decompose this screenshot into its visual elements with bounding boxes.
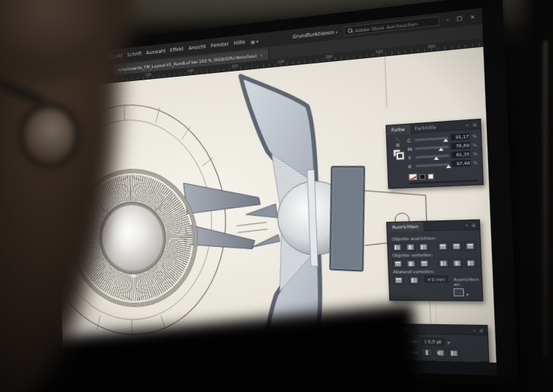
distribute-right-button[interactable]	[465, 259, 477, 267]
black-value[interactable]: 97,48	[452, 160, 471, 167]
ruler-number: 360	[428, 43, 436, 49]
stroke-color-swatch[interactable]	[396, 153, 403, 160]
ruler-number: 120	[145, 72, 152, 77]
cap-projecting-button[interactable]	[448, 349, 460, 357]
distribute-bottom-button[interactable]	[419, 259, 430, 267]
magnet-block[interactable]	[330, 167, 365, 271]
ruler-number: 160	[187, 68, 194, 73]
restore-button[interactable]: ▢	[456, 15, 462, 22]
cap-butt-button[interactable]	[422, 348, 433, 357]
person-head-top	[0, 0, 140, 88]
join-round-button[interactable]	[435, 359, 446, 363]
magenta-slider[interactable]	[415, 145, 449, 150]
black-swatch[interactable]	[420, 174, 425, 180]
vertical-spacing-button[interactable]	[393, 276, 404, 284]
align-to-artboard-icon[interactable]	[454, 288, 465, 296]
align-horizontal-right-button[interactable]	[418, 242, 429, 251]
yellow-slider-row: Y 61,35 %	[408, 150, 477, 161]
menu-auswahl[interactable]: Auswahl	[146, 48, 165, 55]
horizontal-spacing-button[interactable]	[408, 276, 420, 284]
chevron-down-icon[interactable]: ▾	[448, 339, 451, 345]
yellow-value[interactable]: 61,35	[451, 151, 470, 158]
align-vertical-top-button[interactable]	[437, 242, 448, 251]
tab-ausrichten[interactable]: Ausrichten	[387, 221, 423, 231]
align-horizontal-left-button[interactable]	[392, 242, 403, 251]
stroke-weight-stepper[interactable]: ▴▾ 0,5 pt	[421, 337, 445, 346]
ruler-number: 280	[325, 54, 333, 59]
fill-stroke-swatches[interactable]	[392, 149, 403, 160]
menu-fenster[interactable]: Fenster	[211, 41, 229, 49]
menu-ansicht[interactable]: Ansicht	[188, 43, 206, 51]
panel-menu-icon[interactable]: ≡	[473, 122, 477, 127]
yellow-slider[interactable]	[415, 154, 449, 158]
magenta-label: M	[408, 146, 413, 152]
align-horizontal-center-button[interactable]	[405, 242, 416, 251]
distribute-left-button[interactable]	[438, 259, 449, 267]
none-color-swatch[interactable]	[408, 174, 417, 181]
percent-label: %	[473, 133, 477, 139]
align-to-label: Ausrichten an:	[453, 277, 479, 287]
photo-scene: Datei Bearbeiten Objekt Schrift Auswahl …	[0, 0, 553, 392]
cyan-slider[interactable]	[414, 136, 448, 141]
white-swatch[interactable]	[428, 173, 434, 179]
black-label: K	[408, 163, 414, 169]
black-slider-row: K 97,48 %	[408, 159, 478, 169]
swap-fill-stroke-icon[interactable]: ⤡	[396, 138, 400, 142]
cyan-value[interactable]: 91,17	[451, 133, 470, 141]
ruler-number: 200	[232, 63, 238, 69]
join-bevel-button[interactable]	[449, 360, 461, 363]
minimize-button[interactable]: –	[446, 16, 449, 23]
ausrichten-panel: Ausrichten « ≡ Objekte ausrichten:	[386, 220, 484, 301]
panel-menu-icon[interactable]: ≡	[471, 222, 476, 228]
workspace-switcher[interactable]: Grundfunktionen ▾	[293, 29, 338, 40]
percent-label: %	[473, 142, 477, 147]
distribute-hcenter-button[interactable]	[451, 259, 463, 267]
yellow-label: Y	[408, 155, 413, 161]
artboard-canvas[interactable]: Farbe Farbhilfe « ≡ ⤡ ▦	[54, 47, 496, 363]
chevron-down-icon: ▾	[335, 29, 338, 34]
panel-menu-icon[interactable]: ≡	[479, 327, 484, 333]
distribute-objects-label: Objekte verteilen:	[392, 252, 476, 258]
distribute-top-button[interactable]	[392, 259, 403, 268]
close-button[interactable]: ×	[470, 14, 475, 21]
chevron-down-icon[interactable]: ▾	[466, 292, 469, 298]
ruler-number: 240	[277, 59, 285, 64]
magenta-value[interactable]: 76,69	[451, 142, 470, 150]
collapse-panel-icon[interactable]: «	[473, 327, 476, 333]
distribute-spacing-label: Abstand verteilen:	[393, 269, 477, 274]
collapse-panel-icon[interactable]: «	[466, 122, 470, 127]
menu-hilfe[interactable]: Hilfe	[234, 39, 246, 46]
monitor-edge-reflection	[543, 41, 547, 357]
chevron-down-icon: ▾	[428, 277, 430, 281]
color-spectrum-bar[interactable]	[409, 180, 479, 184]
percent-label: %	[473, 160, 478, 165]
miter-limit-label: Max.:	[462, 362, 476, 363]
arrange-documents-icon[interactable]: ▦ ▾	[251, 38, 259, 44]
align-vertical-bottom-button[interactable]	[465, 241, 476, 250]
black-slider[interactable]	[416, 163, 450, 167]
collapse-panel-icon[interactable]: «	[465, 222, 468, 228]
search-icon	[347, 28, 352, 33]
color-mode-icon[interactable]: ▦	[396, 143, 400, 147]
percent-label: %	[473, 151, 477, 156]
distribute-vcenter-button[interactable]	[406, 259, 417, 267]
spacing-value-dropdown[interactable]: ▾ 0 mm	[425, 276, 449, 283]
align-objects-label: Objekte ausrichten:	[392, 235, 476, 242]
farbe-panel: Farbe Farbhilfe « ≡ ⤡ ▦	[386, 119, 484, 189]
menu-effekt[interactable]: Effekt	[170, 46, 184, 54]
close-tab-icon[interactable]: ×	[260, 52, 263, 58]
tab-farbhilfe[interactable]: Farbhilfe	[410, 122, 442, 133]
ruler-number: 320	[375, 49, 383, 54]
glasses-lens	[18, 102, 81, 169]
cap-round-button[interactable]	[435, 348, 446, 357]
align-vertical-middle-button[interactable]	[451, 242, 462, 251]
tab-farbe[interactable]: Farbe	[386, 124, 410, 135]
cyan-label: C	[407, 137, 412, 143]
